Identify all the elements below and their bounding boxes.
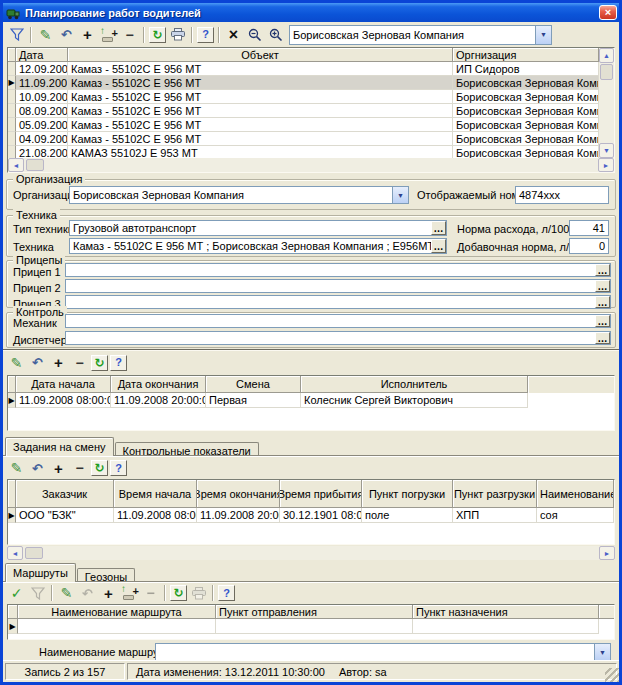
zoom-out-button[interactable] (245, 26, 264, 44)
filter-button[interactable] (28, 584, 47, 602)
column-header[interactable]: Дата начала (16, 376, 111, 393)
table-row-selected[interactable]: ▶ (8, 619, 614, 634)
edit-button[interactable]: ✎ (36, 26, 55, 44)
title-bar[interactable]: Планирование работ водителей × (3, 3, 619, 22)
clear-button[interactable]: × (224, 26, 243, 44)
rate-field[interactable]: 41 (569, 220, 609, 236)
organization-combobox[interactable]: Борисовская Зерновая Компания ▼ (69, 186, 409, 204)
column-header[interactable]: Время окончания (197, 480, 280, 508)
edit-button[interactable]: ✎ (7, 354, 26, 372)
column-header[interactable]: Объект (68, 48, 453, 62)
refresh-button[interactable]: ↻ (170, 585, 187, 601)
column-header[interactable]: Пункт назначения (413, 605, 599, 619)
table-row[interactable]: 12.09.2008 Камаз - 55102C E 956 МТ ИП Си… (8, 62, 599, 76)
ellipsis-button[interactable]: … (595, 280, 610, 292)
table-row[interactable]: 10.09.2008 Камаз - 55102C E 956 МТ Борис… (8, 90, 599, 104)
scroll-right-icon[interactable]: ► (599, 546, 615, 560)
column-header[interactable]: Наименование г (537, 480, 614, 508)
edit-button[interactable]: ✎ (7, 459, 26, 477)
apply-button[interactable]: ✓ (7, 584, 26, 602)
undo-button[interactable]: ↶ (78, 584, 97, 602)
refresh-button[interactable]: ↻ (91, 460, 108, 476)
refresh-button[interactable]: ↻ (91, 355, 108, 371)
ellipsis-button[interactable]: … (595, 296, 610, 308)
horizontal-scrollbar[interactable]: ◄ ► (7, 546, 615, 560)
scroll-left-icon[interactable]: ◄ (8, 158, 24, 172)
ellipsis-button[interactable]: … (595, 315, 610, 327)
filter-button[interactable] (7, 26, 26, 44)
trailer3-field[interactable]: … (65, 295, 611, 309)
add-button[interactable]: + (49, 459, 68, 477)
trailer1-field[interactable]: … (65, 263, 611, 277)
vertical-scrollbar[interactable]: ▲ ▼ (599, 48, 614, 158)
table-row[interactable]: 04.09.2008 Камаз - 55102C E 956 МТ Борис… (8, 132, 599, 146)
remove-button[interactable]: − (70, 354, 89, 372)
column-header[interactable]: Оргнизация (453, 48, 599, 62)
ellipsis-button[interactable]: … (595, 332, 610, 344)
scroll-left-icon[interactable]: ◄ (7, 546, 23, 560)
edit-button[interactable]: ✎ (57, 584, 76, 602)
organization-filter-combobox[interactable]: Борисовская Зерновая Компания ▼ (289, 25, 552, 45)
print-button[interactable] (189, 584, 208, 602)
ellipsis-button[interactable]: … (431, 221, 446, 235)
add-special-button[interactable]: ↑ + (120, 584, 139, 602)
ellipsis-button[interactable]: … (595, 264, 610, 276)
column-header[interactable]: Смена (206, 376, 301, 393)
tab-tasks[interactable]: Задания на смену (5, 437, 114, 456)
help-button[interactable]: ? (110, 355, 127, 371)
scroll-thumb[interactable] (25, 547, 43, 559)
table-row[interactable]: 05.09.2008 Камаз - 55102C E 956 МТ Борис… (8, 118, 599, 132)
scroll-thumb[interactable] (600, 64, 613, 80)
add-button[interactable]: + (49, 354, 68, 372)
table-row[interactable]: 08.09.2008 Камаз - 55102C E 956 МТ Борис… (8, 104, 599, 118)
trailer2-field[interactable]: … (65, 279, 611, 293)
display-number-field[interactable]: 4874xxx (515, 186, 609, 204)
column-header[interactable]: Дата (16, 48, 68, 62)
chevron-down-icon[interactable]: ▼ (594, 644, 610, 660)
refresh-button[interactable]: ↻ (149, 27, 166, 43)
add-button[interactable]: + (99, 584, 118, 602)
zoom-in-button[interactable] (266, 26, 285, 44)
undo-button[interactable]: ↶ (28, 459, 47, 477)
column-header[interactable]: Время начала (114, 480, 197, 508)
undo-button[interactable]: ↶ (57, 26, 76, 44)
scroll-down-icon[interactable]: ▼ (599, 143, 614, 158)
table-row-selected[interactable]: ▶ ООО "БЗК" 11.09.2008 08:00:00 11.09.20… (8, 508, 614, 523)
mechanic-field[interactable]: … (65, 314, 611, 328)
scroll-up-icon[interactable]: ▲ (599, 48, 614, 63)
add-special-button[interactable]: ↑ + (99, 26, 118, 44)
column-header[interactable]: Наименование маршрута (18, 605, 216, 619)
table-row-selected[interactable]: ▶ 11.09.2008 Камаз - 55102C E 956 МТ Бор… (8, 76, 599, 90)
help-button[interactable]: ? (110, 460, 127, 476)
column-header[interactable]: Заказчик (16, 480, 114, 508)
chevron-down-icon[interactable]: ▼ (535, 26, 551, 44)
horizontal-scrollbar[interactable]: ◄ ► (8, 158, 614, 172)
scroll-thumb[interactable] (26, 159, 44, 171)
remove-button[interactable]: − (70, 459, 89, 477)
remove-button[interactable]: − (141, 584, 160, 602)
column-header[interactable]: Пункт погрузки (362, 480, 453, 508)
add-button[interactable]: + (78, 26, 97, 44)
help-button[interactable]: ? (218, 585, 235, 601)
dispatcher-field[interactable]: … (65, 331, 611, 345)
column-header[interactable]: Время прибытия (280, 480, 362, 508)
chevron-down-icon[interactable]: ▼ (392, 187, 408, 203)
table-row-selected[interactable]: ▶ 11.09.2008 08:00:00 11.09.2008 20:00:0… (8, 393, 614, 408)
help-button[interactable]: ? (197, 27, 214, 43)
scroll-track[interactable] (599, 81, 614, 143)
route-name-combobox[interactable]: ▼ (155, 643, 611, 661)
extra-rate-field[interactable]: 0 (569, 238, 609, 254)
column-header[interactable]: Дата окончания (111, 376, 206, 393)
undo-button[interactable]: ↶ (28, 354, 47, 372)
column-header[interactable]: Исполнитель (301, 376, 528, 393)
column-header[interactable]: Пункт отправления (216, 605, 413, 619)
ellipsis-button[interactable]: … (431, 239, 446, 253)
resize-grip[interactable] (605, 668, 619, 682)
splitter[interactable] (3, 349, 619, 351)
close-button[interactable]: × (599, 5, 617, 20)
print-button[interactable] (168, 26, 187, 44)
tech-field[interactable]: Камаз - 55102C E 956 МТ ; Борисовская Зе… (69, 238, 447, 254)
tech-type-field[interactable]: Грузовой автотранспорт … (69, 220, 447, 236)
tab-routes[interactable]: Маршруты (5, 563, 76, 582)
column-header[interactable]: Пункт разгрузки (453, 480, 537, 508)
